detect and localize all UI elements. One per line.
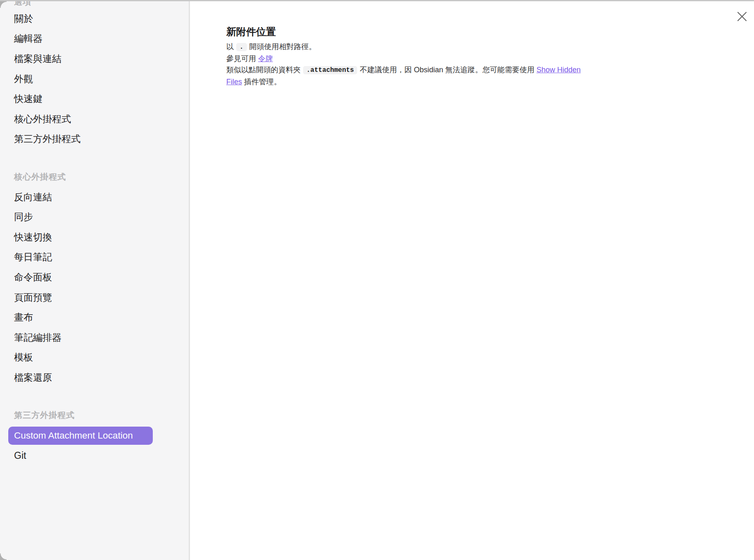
settings-content: 新附件位置 以.開頭使用相對路徑。 參見可用 令牌 類似以點開頭的資料夾.att… bbox=[191, 1, 754, 560]
sidebar-item-templates[interactable]: 模板 bbox=[0, 348, 189, 368]
sidebar-item-hotkeys[interactable]: 快速鍵 bbox=[0, 89, 189, 109]
sidebar-item-about[interactable]: 關於 bbox=[0, 9, 189, 29]
sidebar-item-file-recovery[interactable]: 檔案還原 bbox=[0, 368, 189, 388]
tokens-link[interactable]: 令牌 bbox=[258, 55, 273, 63]
sidebar-item-command-palette[interactable]: 命令面板 bbox=[0, 267, 189, 287]
sidebar-item-core-plugins[interactable]: 核心外掛程式 bbox=[0, 109, 189, 129]
description-line-3: 類似以點開頭的資料夾.attachments不建議使用，因 Obsidian 無… bbox=[226, 64, 582, 88]
setting-description: 以.開頭使用相對路徑。 參見可用 令牌 類似以點開頭的資料夾.attachmen… bbox=[226, 41, 582, 88]
sidebar-item-sync[interactable]: 同步 bbox=[0, 207, 189, 227]
inline-code-dot: . bbox=[236, 43, 247, 51]
sidebar-item-git[interactable]: Git bbox=[0, 446, 189, 466]
modal-top-edge bbox=[0, 0, 754, 1]
inline-code-attachments: .attachments bbox=[303, 66, 357, 74]
sidebar-section-header-community-plugins: 第三方外掛程式 bbox=[0, 406, 189, 426]
sidebar-section-header-core-plugins: 核心外掛程式 bbox=[0, 167, 189, 187]
sidebar-item-note-composer[interactable]: 筆記編排器 bbox=[0, 327, 189, 348]
sidebar-item-quick-switcher[interactable]: 快速切換 bbox=[0, 227, 189, 247]
sidebar-item-custom-attachment-location[interactable]: Custom Attachment Location bbox=[8, 427, 153, 445]
settings-sidebar: 選項 關於 編輯器 檔案與連結 外觀 快速鍵 核心外掛程式 第三方外掛程式 核心… bbox=[0, 1, 190, 560]
sidebar-item-backlinks[interactable]: 反向連結 bbox=[0, 187, 189, 207]
sidebar-item-editor[interactable]: 編輯器 bbox=[0, 29, 189, 49]
sidebar-item-page-preview[interactable]: 頁面預覽 bbox=[0, 287, 189, 308]
sidebar-item-community-plugins[interactable]: 第三方外掛程式 bbox=[0, 129, 189, 149]
sidebar-item-daily-notes[interactable]: 每日筆記 bbox=[0, 247, 189, 268]
setting-title: 新附件位置 bbox=[226, 26, 737, 38]
sidebar-item-files-links[interactable]: 檔案與連結 bbox=[0, 49, 189, 69]
close-button[interactable] bbox=[735, 10, 749, 23]
sidebar-item-appearance[interactable]: 外觀 bbox=[0, 69, 189, 89]
description-line-1: 以.開頭使用相對路徑。 bbox=[226, 41, 582, 53]
close-icon bbox=[736, 11, 748, 22]
settings-modal: 選項 關於 編輯器 檔案與連結 外觀 快速鍵 核心外掛程式 第三方外掛程式 核心… bbox=[0, 0, 754, 560]
sidebar-item-canvas[interactable]: 畫布 bbox=[0, 307, 189, 327]
description-line-2: 參見可用 令牌 bbox=[226, 53, 582, 64]
sidebar-section-header-options: 選項 bbox=[0, 1, 189, 9]
